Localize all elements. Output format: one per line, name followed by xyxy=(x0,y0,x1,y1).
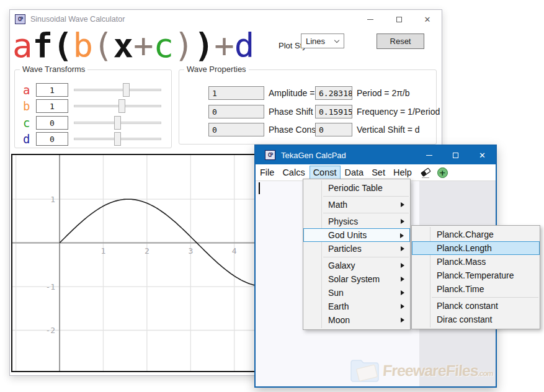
param-b-slider-thumb[interactable] xyxy=(118,99,125,113)
menu-item-label: Particles xyxy=(328,244,362,254)
submenu-arrow-icon xyxy=(401,318,404,323)
menu-set[interactable]: Set xyxy=(368,166,389,179)
reset-button[interactable]: Reset xyxy=(377,33,424,49)
period-value[interactable] xyxy=(315,86,352,100)
menu-item-planck-constant[interactable]: Planck constant xyxy=(412,299,540,313)
menu-item-galaxy[interactable]: Galaxy xyxy=(303,259,410,272)
calcpad-title: TekaGen CalcPad xyxy=(281,151,346,160)
menu-file[interactable]: File xyxy=(256,166,278,179)
menu-item-planck-mass[interactable]: Planck.Mass xyxy=(412,255,540,269)
menu-item-label: Moon xyxy=(328,315,350,325)
submenu-arrow-icon xyxy=(401,290,404,295)
param-c-slider-thumb[interactable] xyxy=(114,116,121,130)
menu-item-label: Periodic Table xyxy=(328,183,383,193)
submenu-arrow-icon xyxy=(401,202,404,207)
menu-item-planck-charge[interactable]: Planck.Charge xyxy=(412,228,540,241)
minimize-button[interactable] xyxy=(356,10,385,29)
close-button[interactable]: ✕ xyxy=(413,10,442,29)
menu-item-math[interactable]: Math xyxy=(303,198,410,212)
menu-item-solar-system[interactable]: Solar System xyxy=(303,272,410,286)
menu-item-sun[interactable]: Sun xyxy=(303,286,410,300)
wave-window-title: Sinusoidal Wave Calculator xyxy=(30,15,125,24)
formula-token-f-open: f( xyxy=(33,26,73,65)
eraser-icon[interactable] xyxy=(419,167,432,179)
menu-item-earth[interactable]: Earth xyxy=(303,300,410,313)
param-d-slider-thumb[interactable] xyxy=(114,132,121,146)
svg-text:1: 1 xyxy=(50,195,55,204)
minimize-icon xyxy=(367,19,373,20)
menu-item-dirac-constant[interactable]: Dirac constant xyxy=(412,313,540,326)
frequency-value[interactable] xyxy=(315,105,352,118)
maximize-button[interactable] xyxy=(442,146,469,164)
transform-row-d: d xyxy=(15,131,171,146)
param-d-input[interactable] xyxy=(36,132,68,146)
menu-help[interactable]: Help xyxy=(390,166,416,179)
menu-item-moon[interactable]: Moon xyxy=(303,313,410,327)
param-a-input[interactable] xyxy=(36,83,68,97)
submenu-arrow-icon xyxy=(400,233,404,238)
param-c-input[interactable] xyxy=(36,116,68,130)
menu-item-periodic-table[interactable]: Periodic Table xyxy=(303,181,410,195)
vertical-shift-value[interactable] xyxy=(315,123,352,136)
menu-item-label: Planck.Charge xyxy=(437,229,494,239)
formula-token-b: b xyxy=(73,26,94,65)
menu-item-particles[interactable]: Particles xyxy=(303,242,410,256)
param-d-slider[interactable] xyxy=(74,131,161,146)
param-c-label: c xyxy=(23,115,30,130)
amplitude-value[interactable] xyxy=(208,86,264,100)
property-row-1: Amplitude = |a| Period = 2π/b xyxy=(179,86,436,100)
menu-item-label: Planck.Time xyxy=(437,284,484,294)
vertical-shift-label: Vertical Shift = d xyxy=(357,125,420,135)
menu-item-planck-temperature[interactable]: Planck.Temperature xyxy=(412,269,540,282)
param-a-slider[interactable] xyxy=(74,82,161,97)
svg-text:3: 3 xyxy=(188,246,193,256)
menu-item-physics[interactable]: Physics xyxy=(303,215,410,228)
phase-shift-value[interactable] xyxy=(208,105,264,118)
param-b-label: b xyxy=(23,99,30,114)
param-d-label: d xyxy=(23,131,30,146)
maximize-button[interactable] xyxy=(385,10,413,29)
formula-token-close-paren: ) xyxy=(174,26,194,65)
formula-token-plus: + xyxy=(133,26,154,65)
wave-properties-group: Wave Properties Amplitude = |a| Period =… xyxy=(179,69,437,145)
property-row-3: Phase Constant = c Vertical Shift = d xyxy=(179,123,436,136)
svg-text:-1: -1 xyxy=(45,282,55,292)
formula-token-close-bold: ) xyxy=(194,26,215,65)
submenu-arrow-icon xyxy=(401,246,404,251)
phase-constant-value[interactable] xyxy=(208,123,264,136)
calcpad-titlebar[interactable]: CP TekaGen CalcPad ✕ xyxy=(256,146,496,164)
menu-item-planck-length[interactable]: Planck.Length xyxy=(412,241,540,255)
menu-item-label: Planck.Temperature xyxy=(437,270,514,280)
param-a-label: a xyxy=(23,82,30,97)
submenu-arrow-icon xyxy=(401,304,404,309)
formula-token-x: x xyxy=(114,26,134,65)
add-icon[interactable]: + xyxy=(437,167,448,178)
menu-item-god-units[interactable]: God Units xyxy=(303,228,410,242)
plot-style-select[interactable]: Lines xyxy=(301,33,344,48)
folder-icon xyxy=(348,355,383,385)
god-units-submenu: Planck.Charge Planck.Length Planck.Mass … xyxy=(411,225,540,329)
menu-separator xyxy=(432,297,538,298)
param-c-slider[interactable] xyxy=(74,115,161,130)
menu-item-label: Planck.Length xyxy=(437,243,492,253)
param-b-input[interactable] xyxy=(36,99,68,113)
menu-item-label: Physics xyxy=(328,216,358,226)
wave-transforms-group: Wave Transforms a b c d xyxy=(14,69,172,148)
menu-item-label: Math xyxy=(328,200,347,210)
watermark-text: FreewareFiles.com xyxy=(382,362,494,380)
menu-item-planck-time[interactable]: Planck.Time xyxy=(412,282,540,296)
transform-row-b: b xyxy=(15,99,171,114)
menu-calcs[interactable]: Calcs xyxy=(279,166,308,179)
minimize-button[interactable] xyxy=(416,146,442,164)
param-a-slider-thumb[interactable] xyxy=(123,83,130,97)
chevron-down-icon xyxy=(335,38,339,43)
param-b-slider[interactable] xyxy=(74,99,161,114)
menu-data[interactable]: Data xyxy=(341,166,368,179)
svg-text:2: 2 xyxy=(145,246,149,256)
close-button[interactable]: ✕ xyxy=(469,146,496,164)
menu-const[interactable]: Const xyxy=(310,166,341,179)
wave-caption-buttons: ✕ xyxy=(356,10,442,29)
formula-display: af(b(x+c))+d xyxy=(12,26,254,66)
svg-text:1: 1 xyxy=(101,246,106,256)
transform-row-a: a xyxy=(15,82,171,97)
